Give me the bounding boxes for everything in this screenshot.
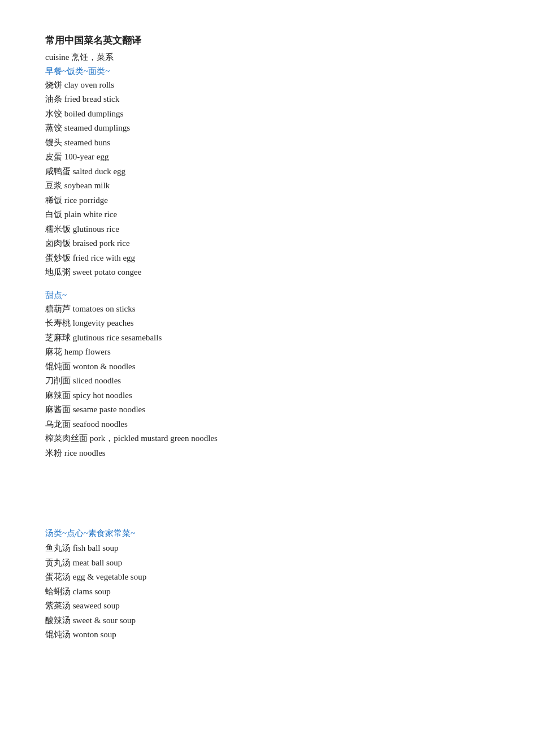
list-item: 豆浆 soybean milk xyxy=(45,179,489,193)
list-item: 蛋炒饭 fried rice with egg xyxy=(45,251,489,266)
list-item: 刀削面 sliced noodles xyxy=(45,374,489,388)
list-item: 麻酱面 sesame paste noodles xyxy=(45,403,489,417)
section1-header: 早餐~饭类~面类~ xyxy=(45,66,489,77)
list-item: 芝麻球 glutinous rice sesameballs xyxy=(45,331,489,345)
list-item: 米粉 rice noodles xyxy=(45,446,489,461)
list-item: 皮蛋 100-year egg xyxy=(45,150,489,165)
list-item: 麻辣面 spicy hot noodles xyxy=(45,388,489,403)
list-item: 油条 fried bread stick xyxy=(45,92,489,107)
list-item: 馄饨汤 wonton soup xyxy=(45,628,489,642)
list-item: 麻花 hemp flowers xyxy=(45,345,489,360)
list-item: 糯米饭 glutinous rice xyxy=(45,222,489,237)
list-item: 地瓜粥 sweet potato congee xyxy=(45,265,489,280)
items2-list: 糖葫芦 tomatoes on sticks长寿桃 longevity peac… xyxy=(45,302,489,461)
list-item: 蒸饺 steamed dumplings xyxy=(45,121,489,136)
section2-header: 甜点~ xyxy=(45,290,489,301)
subtitle: cuisine 烹饪，菜系 xyxy=(45,50,489,65)
list-item: 卤肉饭 braised pork rice xyxy=(45,236,489,251)
list-item: 水饺 boiled dumplings xyxy=(45,107,489,122)
list-item: 贡丸汤 meat ball soup xyxy=(45,556,489,571)
list-item: 稀饭 rice porridge xyxy=(45,193,489,208)
list-item: 长寿桃 longevity peaches xyxy=(45,316,489,331)
list-item: 榨菜肉丝面 pork，pickled mustard green noodles xyxy=(45,431,489,446)
section3-header: 汤类~点心~素食家常菜~ xyxy=(45,528,489,539)
list-item: 蛤蜊汤 clams soup xyxy=(45,585,489,599)
items3-list: 鱼丸汤 fish ball soup贡丸汤 meat ball soup蛋花汤 … xyxy=(45,541,489,642)
list-item: 鱼丸汤 fish ball soup xyxy=(45,541,489,556)
list-item: 馄饨面 wonton & noodles xyxy=(45,360,489,374)
list-item: 酸辣汤 sweet & sour soup xyxy=(45,614,489,628)
items1-list: 烧饼 clay oven rolls油条 fried bread stick水饺… xyxy=(45,78,489,280)
list-item: 白饭 plain white rice xyxy=(45,208,489,222)
list-item: 蛋花汤 egg & vegetable soup xyxy=(45,570,489,585)
list-item: 糖葫芦 tomatoes on sticks xyxy=(45,302,489,317)
list-item: 乌龙面 seafood noodles xyxy=(45,417,489,432)
list-item: 馒头 steamed buns xyxy=(45,136,489,150)
list-item: 咸鸭蛋 salted duck egg xyxy=(45,165,489,179)
page-title: 常用中国菜名英文翻译 xyxy=(45,34,489,47)
list-item: 紫菜汤 seaweed soup xyxy=(45,599,489,614)
list-item: 烧饼 clay oven rolls xyxy=(45,78,489,93)
